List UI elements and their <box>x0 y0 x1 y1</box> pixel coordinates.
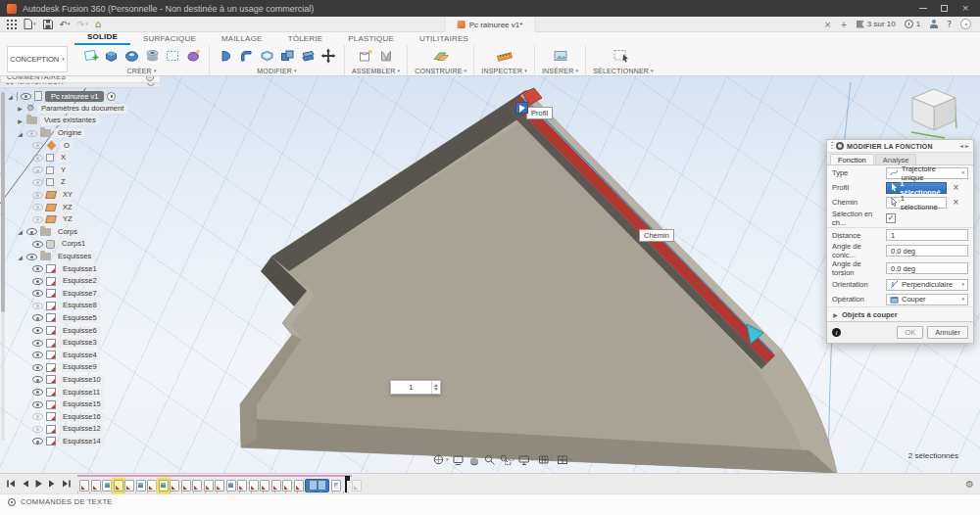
visibility-eye-icon[interactable] <box>32 389 43 396</box>
tree-item[interactable]: Esquisse6 <box>7 324 160 337</box>
ribbon-tab-utilitaires[interactable]: UTILITAIRES <box>407 34 481 45</box>
measure-button[interactable] <box>495 47 514 65</box>
tree-item[interactable]: X <box>7 152 160 164</box>
tree-item[interactable]: Esquisse8 <box>7 300 160 312</box>
timeline-feature-selected-group[interactable] <box>305 479 329 492</box>
pan-button[interactable] <box>467 453 480 466</box>
visibility-eye-icon[interactable] <box>21 93 31 100</box>
tree-item[interactable]: Esquisse3 <box>7 337 160 350</box>
ribbon-tab-surfacique[interactable]: SURFACIQUE <box>130 34 209 45</box>
revolve-button[interactable] <box>122 47 140 65</box>
tree-item[interactable]: Esquisse12 <box>7 423 160 436</box>
home-button[interactable]: ⌂ <box>95 19 101 29</box>
chemin-select-button[interactable]: 1 sélectionné <box>886 197 947 209</box>
minimize-button[interactable] <box>919 8 927 9</box>
timeline-feature-extrude[interactable] <box>159 480 169 492</box>
navigator-scrollbar[interactable] <box>1 90 5 441</box>
sketch-pattern-button[interactable] <box>164 47 181 65</box>
tree-item[interactable]: Esquisse10 <box>7 374 160 387</box>
distance-float-input[interactable]: 1 <box>390 380 441 395</box>
chevron-expanded-icon[interactable]: ◢ <box>17 228 24 235</box>
timeline-feature-sketch[interactable] <box>294 480 304 492</box>
viewports-button[interactable]: ▾ <box>556 453 572 466</box>
tree-item[interactable]: O <box>7 139 160 152</box>
tree-item[interactable]: Esquisse7 <box>7 288 160 301</box>
visibility-eye-icon[interactable] <box>32 314 43 321</box>
timeline-feature-sketch[interactable] <box>114 480 123 492</box>
visibility-eye-icon[interactable] <box>32 204 43 211</box>
clear-chemin-icon[interactable]: × <box>953 198 959 207</box>
visibility-eye-icon[interactable] <box>32 426 43 433</box>
model-pocket-floor[interactable] <box>255 112 806 458</box>
extrude-button[interactable] <box>102 47 120 65</box>
step-forward-button[interactable] <box>48 477 57 492</box>
file-menu-button[interactable]: ▾ <box>24 19 36 29</box>
text-commands-icon[interactable] <box>8 498 16 506</box>
torsion-angle-input[interactable]: 0.0 deg <box>886 262 968 274</box>
step-back-button[interactable] <box>21 477 29 492</box>
text-commands-label[interactable]: COMMANDES DE TEXTE <box>21 497 113 506</box>
combine-button[interactable] <box>278 47 296 65</box>
new-tab-icon[interactable]: + <box>840 20 848 29</box>
close-button[interactable]: × <box>961 5 969 12</box>
maximize-button[interactable] <box>941 5 948 12</box>
tab-fonction[interactable]: Fonction <box>830 154 874 164</box>
visibility-eye-icon[interactable] <box>32 438 43 445</box>
timeline-position-marker[interactable] <box>342 476 350 492</box>
tree-item[interactable]: Esquisse4 <box>7 349 160 361</box>
tree-item[interactable]: Y <box>7 164 160 177</box>
hole-button[interactable] <box>143 47 161 65</box>
ok-button[interactable]: OK <box>897 326 923 339</box>
look-at-button[interactable] <box>452 453 465 466</box>
fillet-button[interactable] <box>237 47 255 65</box>
create-form-button[interactable] <box>184 47 202 65</box>
timeline-feature-sketch[interactable] <box>249 480 259 492</box>
viewcube[interactable] <box>904 83 966 142</box>
visibility-eye-icon[interactable] <box>32 265 43 272</box>
new-component-button[interactable] <box>357 47 374 65</box>
select-button[interactable] <box>612 47 635 65</box>
tree-item[interactable]: Esquisse2 <box>7 275 160 288</box>
move-copy-button[interactable] <box>319 47 337 65</box>
comments-options-icon[interactable]: − <box>146 76 154 81</box>
press-pull-button[interactable] <box>217 47 234 65</box>
redo-button[interactable]: ↷▾ <box>77 20 88 29</box>
chain-selection-checkbox[interactable]: ✓ <box>886 213 896 223</box>
spinner-up-icon[interactable] <box>434 384 438 387</box>
spinner-stepper[interactable] <box>431 381 440 394</box>
expand-dialog-icon[interactable]: ◄ ► <box>959 143 969 149</box>
construction-plane-button[interactable] <box>431 47 451 65</box>
tree-item[interactable]: Esquisse5 <box>7 312 160 325</box>
timeline-feature-sweep[interactable] <box>331 480 341 492</box>
visibility-eye-icon[interactable] <box>26 254 37 260</box>
avatar[interactable] <box>960 19 971 29</box>
shell-button[interactable] <box>258 47 275 65</box>
operation-select[interactable]: Couper ▾ <box>886 294 968 305</box>
visibility-eye-icon[interactable] <box>32 216 43 223</box>
ribbon-tab-maillage[interactable]: MAILLAGE <box>209 34 275 45</box>
timeline-feature-sketch[interactable] <box>204 480 214 492</box>
timeline-feature-extrude[interactable] <box>102 480 112 492</box>
chevron-collapsed-icon[interactable]: ▶ <box>17 117 24 124</box>
clear-profil-icon[interactable]: × <box>953 183 959 192</box>
timeline-feature-sketch[interactable] <box>215 480 224 492</box>
visibility-eye-icon[interactable] <box>32 278 43 285</box>
tree-item[interactable]: ◢Origine <box>7 127 160 140</box>
go-to-end-button[interactable] <box>62 477 72 492</box>
drag-grip-icon[interactable] <box>831 142 833 151</box>
orbit-button[interactable]: ▾ <box>432 453 449 466</box>
visibility-eye-icon[interactable] <box>32 179 43 186</box>
visibility-eye-icon[interactable] <box>26 228 37 235</box>
help-icon[interactable]: ? <box>947 20 952 29</box>
tree-item[interactable]: Esquisse14 <box>7 436 160 448</box>
ribbon-tab-plastique[interactable]: PLASTIQUE <box>335 34 407 45</box>
visibility-eye-icon[interactable] <box>32 155 43 162</box>
display-settings-button[interactable]: ▾ <box>517 453 534 466</box>
timeline-feature-sketch[interactable] <box>282 480 292 492</box>
create-sketch-button[interactable] <box>81 47 99 65</box>
tree-root-row[interactable]: ◢ Pc rainuree v1 <box>7 90 160 103</box>
timeline-feature-sketch[interactable] <box>147 480 157 492</box>
activate-component-radio[interactable] <box>107 92 116 101</box>
zoom-window-button[interactable]: ▾ <box>499 453 515 466</box>
visibility-eye-icon[interactable] <box>32 192 43 199</box>
